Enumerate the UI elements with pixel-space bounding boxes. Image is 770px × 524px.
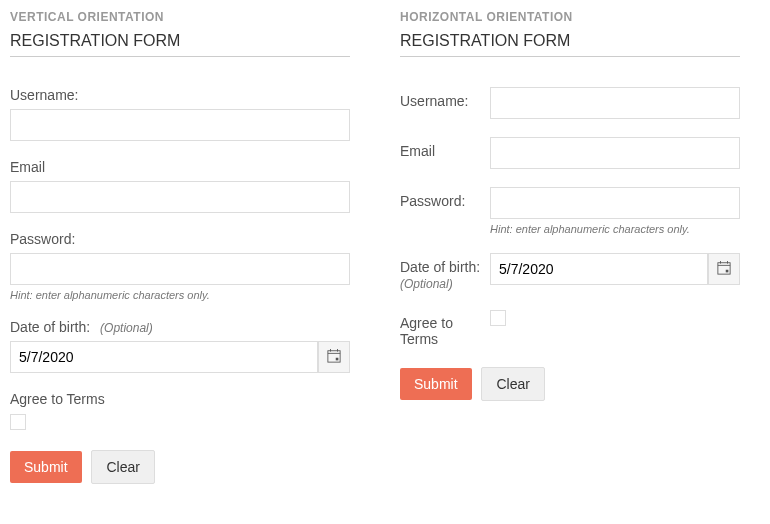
form-title: REGISTRATION FORM [10, 32, 350, 57]
dob-label: Date of birth: [10, 319, 90, 335]
submit-button[interactable]: Submit [400, 368, 472, 400]
email-field: Email [10, 159, 350, 213]
password-field: Password: Hint: enter alphanumeric chara… [10, 231, 350, 301]
calendar-button[interactable] [318, 341, 350, 373]
username-field: Username: [400, 87, 740, 119]
svg-rect-9 [726, 269, 729, 272]
username-label: Username: [10, 87, 350, 103]
email-field: Email [400, 137, 740, 169]
dob-input[interactable] [490, 253, 708, 285]
password-hint: Hint: enter alphanumeric characters only… [10, 289, 350, 301]
submit-button[interactable]: Submit [10, 451, 82, 483]
dob-optional: (Optional) [400, 277, 453, 291]
calendar-button[interactable] [708, 253, 740, 285]
agree-label: Agree to Terms [10, 391, 350, 407]
agree-checkbox[interactable] [490, 310, 506, 326]
horizontal-form-section: HORIZONTAL ORIENTATION REGISTRATION FORM… [400, 10, 740, 484]
vertical-section-title: VERTICAL ORIENTATION [10, 10, 350, 24]
password-input[interactable] [490, 187, 740, 219]
button-row: Submit Clear [10, 450, 350, 484]
calendar-icon [327, 349, 341, 366]
username-field: Username: [10, 87, 350, 141]
svg-rect-4 [336, 357, 339, 360]
vertical-form-section: VERTICAL ORIENTATION REGISTRATION FORM U… [10, 10, 350, 484]
dob-field: Date of birth: (Optional) [400, 253, 740, 291]
clear-button[interactable]: Clear [481, 367, 544, 401]
dob-input[interactable] [10, 341, 318, 373]
agree-checkbox[interactable] [10, 414, 26, 430]
button-row: Submit Clear [400, 367, 740, 401]
password-label: Password: [400, 187, 490, 209]
password-hint: Hint: enter alphanumeric characters only… [490, 223, 740, 235]
dob-field: Date of birth: (Optional) [10, 319, 350, 373]
email-label: Email [400, 137, 490, 159]
username-input[interactable] [490, 87, 740, 119]
username-label: Username: [400, 87, 490, 109]
agree-label: Agree to Terms [400, 309, 490, 347]
svg-rect-5 [718, 262, 730, 273]
dob-optional: (Optional) [100, 321, 153, 335]
dob-label: Date of birth: [400, 259, 480, 275]
calendar-icon [717, 261, 731, 278]
agree-field: Agree to Terms [400, 309, 740, 347]
agree-field: Agree to Terms [10, 391, 350, 430]
form-title: REGISTRATION FORM [400, 32, 740, 57]
email-input[interactable] [10, 181, 350, 213]
clear-button[interactable]: Clear [91, 450, 154, 484]
email-input[interactable] [490, 137, 740, 169]
username-input[interactable] [10, 109, 350, 141]
password-label: Password: [10, 231, 350, 247]
svg-rect-0 [328, 350, 340, 361]
password-field: Password: Hint: enter alphanumeric chara… [400, 187, 740, 235]
horizontal-section-title: HORIZONTAL ORIENTATION [400, 10, 740, 24]
password-input[interactable] [10, 253, 350, 285]
email-label: Email [10, 159, 350, 175]
